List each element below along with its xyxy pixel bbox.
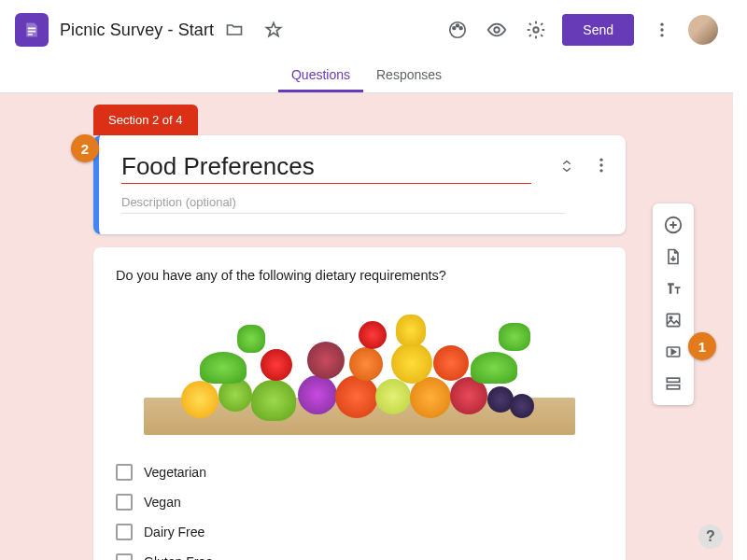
svg-point-6 bbox=[660, 23, 663, 26]
collapse-section-icon[interactable] bbox=[558, 158, 575, 178]
floating-toolbar bbox=[653, 203, 694, 405]
option-row[interactable]: Vegan bbox=[116, 487, 603, 517]
section-title-input[interactable]: Food Preferences bbox=[121, 152, 531, 184]
section-description-input[interactable]: Description (optional) bbox=[121, 188, 565, 214]
checkbox-icon[interactable] bbox=[116, 524, 133, 540]
form-tabs: Questions Responses bbox=[0, 60, 733, 93]
tab-questions[interactable]: Questions bbox=[278, 60, 363, 92]
svg-point-1 bbox=[453, 27, 456, 30]
question-image bbox=[116, 300, 603, 435]
question-card[interactable]: Do you have any of the following dietary… bbox=[93, 247, 626, 560]
svg-point-2 bbox=[457, 24, 459, 27]
svg-rect-16 bbox=[667, 378, 679, 382]
customize-theme-icon[interactable] bbox=[439, 11, 476, 49]
svg-point-11 bbox=[599, 169, 602, 172]
option-row[interactable]: Gluten Free bbox=[116, 547, 603, 560]
section-badge: Section 2 of 4 bbox=[93, 105, 198, 135]
user-avatar[interactable] bbox=[688, 15, 718, 45]
svg-point-14 bbox=[669, 316, 672, 319]
send-button[interactable]: Send bbox=[562, 14, 634, 46]
option-row[interactable]: Vegetarian bbox=[116, 457, 603, 487]
add-title-button[interactable] bbox=[655, 273, 692, 304]
tab-responses[interactable]: Responses bbox=[363, 60, 455, 92]
document-title[interactable]: Picnic Survey - Start bbox=[60, 21, 214, 40]
star-icon[interactable] bbox=[255, 11, 292, 49]
svg-point-4 bbox=[495, 27, 500, 33]
add-question-button[interactable] bbox=[655, 209, 692, 241]
section-header-card[interactable]: Food Preferences Description (optional) bbox=[93, 135, 626, 234]
checkbox-icon[interactable] bbox=[116, 464, 133, 481]
app-header: Picnic Survey - Start Send bbox=[0, 0, 733, 60]
option-label: Gluten Free bbox=[144, 554, 213, 560]
svg-point-3 bbox=[460, 27, 463, 30]
option-label: Vegan bbox=[144, 495, 181, 510]
callout-2: 2 bbox=[71, 134, 99, 162]
more-options-icon[interactable] bbox=[643, 11, 681, 49]
add-image-button[interactable] bbox=[655, 304, 692, 336]
option-label: Vegetarian bbox=[144, 465, 206, 480]
option-row[interactable]: Dairy Free bbox=[116, 517, 603, 547]
checkbox-icon[interactable] bbox=[116, 553, 133, 560]
checkbox-icon[interactable] bbox=[116, 494, 133, 511]
callout-1: 1 bbox=[688, 332, 716, 360]
preview-icon[interactable] bbox=[478, 11, 515, 49]
svg-point-8 bbox=[660, 34, 663, 36]
help-button[interactable]: ? bbox=[698, 525, 723, 549]
form-workspace: 2 Section 2 of 4 Food Preferences Descri… bbox=[0, 93, 733, 560]
svg-point-5 bbox=[534, 27, 540, 33]
add-video-button[interactable] bbox=[655, 336, 692, 368]
import-questions-button[interactable] bbox=[655, 241, 692, 273]
option-label: Dairy Free bbox=[144, 525, 204, 539]
move-to-folder-icon[interactable] bbox=[216, 11, 253, 49]
settings-icon[interactable] bbox=[517, 11, 555, 49]
svg-rect-13 bbox=[667, 314, 679, 326]
svg-point-10 bbox=[599, 163, 602, 166]
forms-logo-icon[interactable] bbox=[15, 13, 49, 47]
question-title: Do you have any of the following dietary… bbox=[116, 268, 603, 283]
add-section-button[interactable] bbox=[655, 368, 692, 399]
svg-point-9 bbox=[599, 159, 602, 161]
svg-point-7 bbox=[660, 28, 663, 31]
svg-rect-17 bbox=[667, 385, 679, 389]
section-menu-icon[interactable] bbox=[592, 156, 611, 178]
